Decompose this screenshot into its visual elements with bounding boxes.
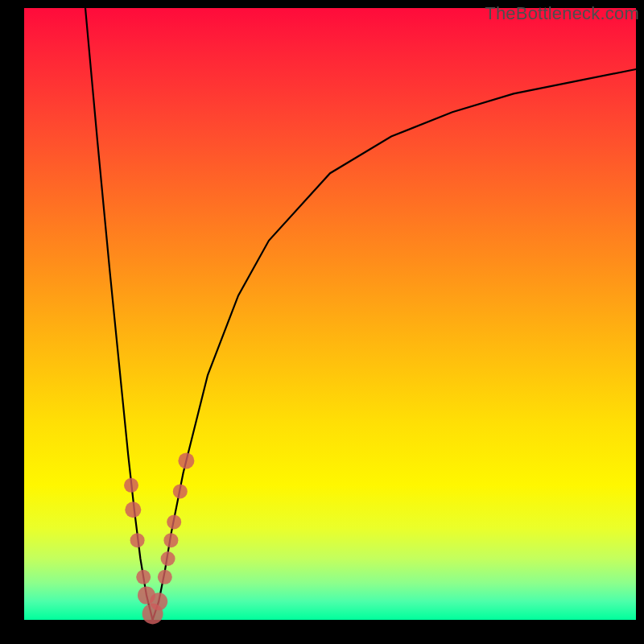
watermark-text: TheBottleneck.com	[485, 3, 639, 24]
highlight-dot	[125, 502, 141, 518]
highlight-dot	[136, 570, 151, 584]
chart-frame: TheBottleneck.com	[0, 0, 644, 644]
highlight-dot	[163, 533, 178, 547]
curve-layer	[24, 8, 636, 620]
highlight-dot	[167, 514, 181, 529]
highlight-dot	[173, 484, 188, 498]
curve-right	[153, 69, 636, 620]
highlight-dot	[124, 478, 138, 493]
plot-area	[24, 8, 636, 620]
highlight-dot	[178, 452, 194, 469]
curve-left	[85, 8, 153, 620]
highlight-dot	[161, 551, 175, 566]
highlight-dots-group	[124, 452, 194, 624]
highlight-dot	[158, 570, 172, 584]
highlight-dot	[130, 533, 145, 547]
highlight-dot	[150, 592, 167, 610]
